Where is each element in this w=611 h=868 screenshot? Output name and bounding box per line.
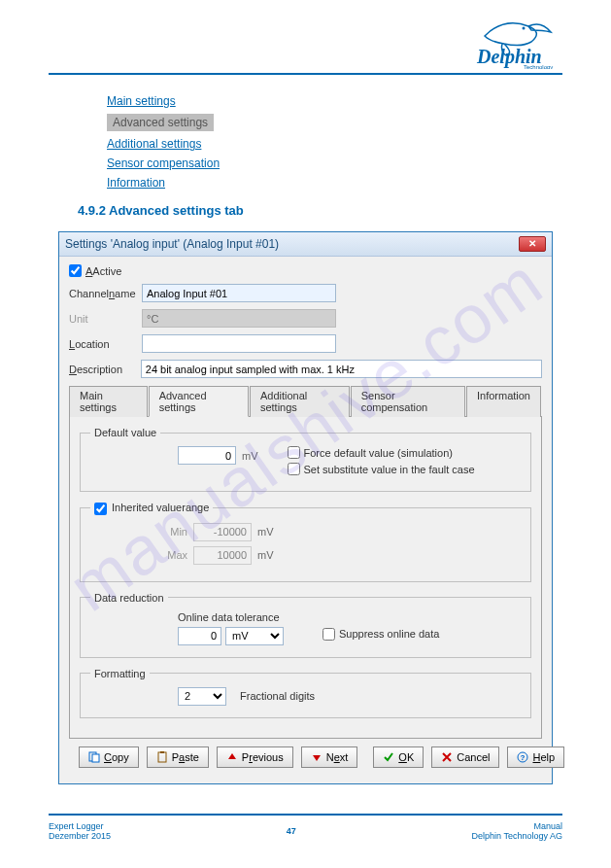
svg-rect-6 [160, 751, 164, 753]
description-input[interactable] [141, 360, 542, 378]
tab-strip: Main settings Advanced settings Addition… [69, 385, 542, 417]
channelname-label: Channelname [69, 288, 142, 299]
toc-link-info[interactable]: Information [107, 176, 562, 190]
svg-text:Technology: Technology [524, 64, 553, 69]
ok-button[interactable]: OK [373, 746, 424, 768]
svg-text:?: ? [521, 753, 526, 762]
close-button[interactable]: ✕ [519, 236, 546, 252]
copy-button[interactable]: Copy [79, 746, 139, 768]
fractional-digits-select[interactable]: 2 [178, 687, 226, 706]
toc-link-additional[interactable]: Additional settings [107, 137, 562, 151]
default-value-legend: Default value [90, 427, 160, 438]
settings-dialog: Settings 'Analog input' (Analog Input #0… [58, 231, 553, 784]
footer-right-1: Manual [472, 821, 562, 831]
copy-icon [88, 751, 100, 763]
inherited-range-group: Inherited valuerange Min mV Max mV [80, 502, 531, 582]
default-value-group: Default value mV Force default value (si… [80, 427, 531, 492]
fractional-digits-label: Fractional digits [240, 690, 315, 702]
section-title: 4.9.2 Advanced settings tab [78, 203, 562, 218]
brand-logo: Delphin Technology [475, 15, 562, 71]
previous-button[interactable]: Previous [217, 746, 293, 768]
tab-main[interactable]: Main settings [69, 386, 148, 417]
paste-icon [156, 751, 168, 763]
max-unit: mV [257, 549, 274, 561]
tolerance-label: Online data tolerance [178, 611, 521, 623]
tab-sensor[interactable]: Sensor compensation [351, 386, 465, 417]
force-default-label: Force default value (simulation) [304, 447, 453, 459]
location-input[interactable] [142, 334, 336, 353]
toc-link-main[interactable]: Main settings [107, 94, 562, 108]
tolerance-unit-select[interactable]: mV [225, 627, 284, 645]
button-bar: Copy Paste Previous Next OK [69, 739, 542, 776]
location-label: Location [69, 338, 142, 350]
svg-rect-5 [158, 752, 166, 762]
data-reduction-legend: Data reduction [90, 592, 168, 604]
formatting-group: Formatting 2 Fractional digits [80, 668, 531, 718]
tab-advanced[interactable]: Advanced settings [149, 386, 249, 417]
help-button[interactable]: ? Help [507, 746, 564, 768]
substitute-label: Set substitute value in the fault case [304, 464, 475, 475]
dialog-title: Settings 'Analog input' (Analog Input #0… [65, 237, 279, 251]
inherited-range-legend: Inherited valuerange [90, 502, 213, 515]
next-button[interactable]: Next [301, 746, 358, 768]
default-value-unit: mV [242, 450, 258, 462]
unit-label: Unit [69, 313, 142, 325]
min-input [193, 523, 252, 541]
max-label: Max [158, 549, 187, 561]
active-checkbox[interactable] [69, 264, 82, 277]
suppress-label: Suppress online data [339, 628, 439, 640]
svg-point-0 [523, 27, 526, 30]
description-label: Description [69, 364, 141, 375]
footer-left-title: Expert Logger [49, 821, 111, 831]
tolerance-input[interactable] [178, 627, 221, 645]
formatting-legend: Formatting [90, 668, 150, 679]
suppress-checkbox[interactable] [322, 628, 335, 641]
substitute-checkbox[interactable] [288, 463, 300, 475]
channelname-input[interactable] [142, 284, 336, 302]
data-reduction-group: Data reduction Online data tolerance mV … [80, 592, 531, 658]
unit-input [142, 309, 336, 328]
default-value-input[interactable] [178, 446, 236, 465]
tab-content: Default value mV Force default value (si… [69, 417, 542, 739]
tab-info[interactable]: Information [466, 386, 541, 417]
footer: Expert Logger Dezember 2015 47 Manual De… [49, 814, 562, 841]
tab-additional[interactable]: Additional settings [250, 386, 350, 417]
dialog-titlebar: Settings 'Analog input' (Analog Input #0… [59, 232, 552, 257]
check-icon [383, 751, 394, 763]
force-default-checkbox[interactable] [288, 446, 300, 459]
footer-right-2: Delphin Technology AG [472, 831, 562, 841]
toc-current: Advanced settings [107, 114, 214, 131]
cross-icon [441, 751, 453, 763]
cancel-button[interactable]: Cancel [431, 746, 499, 768]
footer-left-date: Dezember 2015 [49, 831, 111, 841]
inherited-range-checkbox[interactable] [94, 503, 107, 515]
svg-rect-4 [92, 754, 99, 762]
header-rule [49, 73, 562, 75]
paste-button[interactable]: Paste [147, 746, 209, 768]
min-label: Min [158, 526, 187, 538]
min-unit: mV [257, 526, 274, 538]
max-input [193, 546, 252, 565]
arrow-up-icon [226, 751, 238, 763]
help-icon: ? [517, 751, 528, 763]
footer-page: 47 [287, 826, 296, 836]
arrow-down-icon [311, 751, 322, 763]
active-label: AActive [85, 265, 121, 277]
toc: Main settings Advanced settings Addition… [107, 94, 562, 190]
toc-link-sensor[interactable]: Sensor compensation [107, 156, 562, 170]
